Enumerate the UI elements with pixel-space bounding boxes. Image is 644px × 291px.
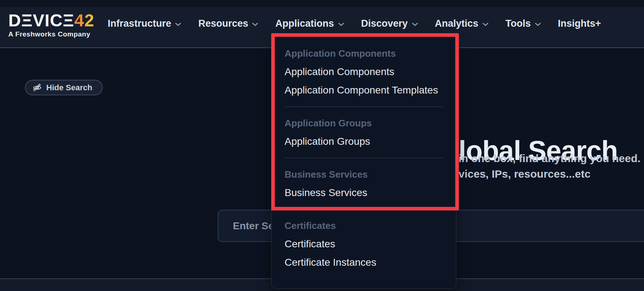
nav-item-insights[interactable]: Insights+: [558, 18, 601, 29]
chevron-down-icon: [252, 22, 258, 26]
menu-item-certificates[interactable]: Certificates: [285, 235, 443, 253]
menu-section-header: Application Components: [285, 47, 443, 60]
menu-section-items: Certificates Certificate Instances: [285, 235, 443, 272]
menu-section-header: Certificates: [285, 220, 443, 232]
logo-accent-42: 42: [74, 11, 94, 30]
applications-dropdown-menu: Application Components Application Compo…: [271, 35, 456, 289]
page-subtitle-line-2: vices, IPs, resources...etc: [459, 169, 590, 179]
nav-item-tools[interactable]: Tools: [506, 18, 541, 29]
app-window: DΞVICΞ42 A Freshworks Company Infrastruc…: [0, 0, 644, 291]
menu-item-application-components[interactable]: Application Components: [285, 62, 443, 81]
menu-section-divider: [285, 107, 443, 107]
menu-item-business-services[interactable]: Business Services: [285, 183, 443, 202]
nav-item-label: Analytics: [435, 18, 478, 29]
hide-search-button[interactable]: Hide Search: [25, 80, 103, 95]
menu-section-items: Business Services: [285, 183, 443, 202]
menu-item-certificate-instances[interactable]: Certificate Instances: [285, 253, 443, 272]
menu-section-application-groups: Application Groups Application Groups: [285, 117, 443, 151]
nav-item-applications[interactable]: Applications: [275, 18, 344, 29]
hide-search-label: Hide Search: [46, 83, 92, 92]
menu-item-application-component-templates[interactable]: Application Component Templates: [285, 81, 443, 99]
menu-section-items: Application Groups: [285, 132, 443, 151]
page-subtitle-line-1: in one box, find anything you need.: [459, 153, 640, 164]
menu-section-divider: [285, 158, 443, 158]
device42-logo[interactable]: DΞVICΞ42 A Freshworks Company: [8, 12, 94, 38]
menu-section-business-services: Business Services Business Services: [285, 168, 443, 202]
nav-item-analytics[interactable]: Analytics: [435, 18, 489, 29]
menu-section-header: Business Services: [285, 168, 443, 181]
menu-section-header: Application Groups: [285, 117, 443, 129]
nav-item-label: Insights+: [558, 18, 601, 29]
nav-item-label: Infrastructure: [108, 18, 171, 29]
menu-section-items: Application Components Application Compo…: [285, 62, 443, 99]
logo-text: DΞVICΞ: [8, 11, 74, 30]
menu-item-application-groups[interactable]: Application Groups: [285, 132, 443, 151]
chevron-down-icon: [482, 22, 489, 26]
nav-item-discovery[interactable]: Discovery: [361, 18, 418, 29]
nav-item-label: Tools: [506, 18, 531, 29]
chevron-down-icon: [535, 22, 541, 26]
chevron-down-icon: [338, 22, 344, 26]
chevron-down-icon: [175, 22, 181, 26]
eye-off-icon: [33, 83, 42, 92]
logo-wordmark: DΞVICΞ42: [8, 12, 94, 30]
nav-item-label: Resources: [198, 18, 248, 29]
logo-tagline: A Freshworks Company: [8, 30, 94, 38]
nav-item-resources[interactable]: Resources: [198, 18, 258, 29]
nav-item-infrastructure[interactable]: Infrastructure: [108, 18, 182, 29]
menu-section-certificates: Certificates Certificates Certificate In…: [285, 220, 443, 272]
nav-item-label: Discovery: [361, 18, 408, 29]
menu-section-divider: [285, 209, 443, 209]
nav-item-label: Applications: [275, 18, 334, 29]
menu-section-application-components: Application Components Application Compo…: [285, 47, 443, 99]
main-nav: Infrastructure Resources Applications Di…: [108, 18, 601, 29]
chevron-down-icon: [412, 22, 418, 26]
